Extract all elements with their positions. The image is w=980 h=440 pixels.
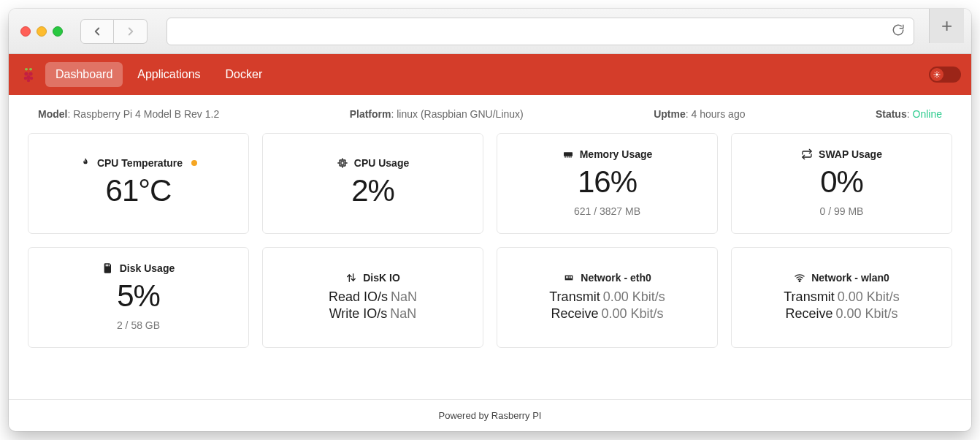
card-memory-usage: Memory Usage 16% 621 / 3827 MB xyxy=(497,133,718,234)
svg-rect-34 xyxy=(571,276,572,278)
info-platform-value: : linux (Raspbian GNU/Linux) xyxy=(391,108,523,120)
reload-icon[interactable] xyxy=(892,23,905,39)
wlan0-rx: Receive0.00 Kbit/s xyxy=(785,306,897,322)
card-swap-sub: 0 / 99 MB xyxy=(820,205,864,217)
tab-docker[interactable]: Docker xyxy=(215,62,273,87)
card-eth0-title: Network - eth0 xyxy=(581,272,651,284)
card-disk-title: Disk Usage xyxy=(120,262,175,274)
info-model-label: Model xyxy=(38,108,67,120)
info-status-label: Status xyxy=(876,108,907,120)
app-header: Dashboard Applications Docker xyxy=(9,54,971,95)
svg-line-11 xyxy=(935,72,935,73)
card-wlan0-title: Network - wlan0 xyxy=(811,272,889,284)
svg-point-35 xyxy=(799,281,800,282)
svg-rect-21 xyxy=(564,152,573,156)
window-controls xyxy=(20,26,63,37)
info-status-value: Online xyxy=(913,108,942,120)
close-window-button[interactable] xyxy=(20,26,31,37)
wifi-icon xyxy=(794,272,805,284)
info-row: Model: Raspberry Pi 4 Model B Rev 1.2 Pl… xyxy=(28,108,952,120)
nav-tabs: Dashboard Applications Docker xyxy=(45,62,272,87)
card-cpu-temperature: CPU Temperature 61°C xyxy=(28,133,249,234)
footer: Powered by Rasberry PI xyxy=(9,399,971,431)
back-button[interactable] xyxy=(80,19,114,44)
svg-rect-31 xyxy=(566,276,567,278)
info-model-value: : Raspberry Pi 4 Model B Rev 1.2 xyxy=(67,108,219,120)
card-cpu-temperature-title: CPU Temperature xyxy=(97,157,183,169)
svg-line-13 xyxy=(935,76,935,77)
svg-rect-27 xyxy=(107,265,107,267)
info-uptime: Uptme: 4 hours ago xyxy=(654,108,745,120)
svg-rect-16 xyxy=(341,162,344,164)
card-disk-value: 5% xyxy=(117,278,160,314)
diskio-read: Read IO/sNaN xyxy=(329,289,417,305)
browser-nav-buttons xyxy=(80,19,148,44)
card-disk-sub: 2 / 58 GB xyxy=(117,319,160,331)
card-network-wlan0: Network - wlan0 Transmit0.00 Kbit/s Rece… xyxy=(731,247,952,348)
cpu-icon xyxy=(337,157,348,169)
svg-point-0 xyxy=(24,72,28,75)
info-model: Model: Raspberry Pi 4 Model B Rev 1.2 xyxy=(38,108,219,120)
svg-rect-33 xyxy=(570,276,570,278)
card-swap-title: SWAP Usage xyxy=(819,148,882,160)
footer-text: Powered by Rasberry PI xyxy=(439,410,542,421)
maximize-window-button[interactable] xyxy=(53,26,63,37)
card-memory-value: 16% xyxy=(578,164,637,200)
svg-rect-24 xyxy=(568,156,569,158)
svg-point-2 xyxy=(26,75,30,79)
card-cpu-usage-value: 2% xyxy=(351,173,394,208)
card-disk-usage: Disk Usage 5% 2 / 58 GB xyxy=(28,247,249,348)
tab-applications[interactable]: Applications xyxy=(127,62,210,87)
card-cpu-usage-title: CPU Usage xyxy=(354,157,409,169)
svg-point-6 xyxy=(936,74,938,76)
info-status: Status: Online xyxy=(876,108,942,120)
raspberry-pi-logo-icon xyxy=(19,65,38,84)
info-platform-label: Platform xyxy=(350,108,391,120)
content-area: Model: Raspberry Pi 4 Model B Rev 1.2 Pl… xyxy=(9,95,971,399)
info-uptime-value: : 4 hours ago xyxy=(686,108,746,120)
warning-dot-icon xyxy=(191,160,197,166)
browser-window: + Dashboard Applications Docker xyxy=(9,9,971,431)
svg-point-4 xyxy=(30,77,33,80)
svg-rect-25 xyxy=(570,156,571,158)
eth0-rx: Receive0.00 Kbit/s xyxy=(551,306,663,322)
card-cpu-temperature-value: 61°C xyxy=(106,173,172,208)
svg-line-12 xyxy=(938,76,939,77)
diskio-write: Write IO/sNaN xyxy=(329,306,417,322)
sd-card-icon xyxy=(102,262,114,274)
sun-icon xyxy=(930,68,943,81)
memory-icon xyxy=(562,148,574,160)
svg-rect-28 xyxy=(108,265,109,267)
svg-rect-15 xyxy=(340,160,345,166)
swap-icon xyxy=(801,148,813,160)
svg-line-14 xyxy=(938,72,939,73)
tab-dashboard[interactable]: Dashboard xyxy=(45,62,123,87)
forward-button[interactable] xyxy=(114,19,148,44)
cards-grid: CPU Temperature 61°C CPU Usage 2% xyxy=(28,133,952,348)
minimize-window-button[interactable] xyxy=(37,26,47,37)
ethernet-icon xyxy=(563,272,575,284)
svg-rect-32 xyxy=(567,276,568,278)
card-memory-title: Memory Usage xyxy=(580,148,653,160)
url-bar[interactable] xyxy=(166,18,914,45)
updown-icon xyxy=(345,272,357,284)
svg-rect-26 xyxy=(105,265,106,267)
card-cpu-usage: CPU Usage 2% xyxy=(262,133,483,234)
info-platform: Platform: linux (Raspbian GNU/Linux) xyxy=(350,108,524,120)
new-tab-button[interactable]: + xyxy=(929,9,964,43)
card-disk-io: DisK IO Read IO/sNaN Write IO/sNaN xyxy=(262,247,483,348)
theme-toggle[interactable] xyxy=(929,67,961,83)
eth0-tx: Transmit0.00 Kbit/s xyxy=(549,289,665,305)
card-memory-sub: 621 / 3827 MB xyxy=(574,205,640,217)
svg-point-3 xyxy=(24,77,27,80)
flame-icon xyxy=(80,157,91,169)
card-diskio-title: DisK IO xyxy=(363,272,400,284)
svg-point-1 xyxy=(28,72,32,75)
card-swap-value: 0% xyxy=(820,164,863,200)
svg-rect-23 xyxy=(567,156,567,158)
card-network-eth0: Network - eth0 Transmit0.00 Kbit/s Recei… xyxy=(497,247,718,348)
wlan0-tx: Transmit0.00 Kbit/s xyxy=(784,289,899,305)
browser-titlebar: + xyxy=(9,9,971,54)
card-swap-usage: SWAP Usage 0% 0 / 99 MB xyxy=(731,133,952,234)
svg-rect-22 xyxy=(564,156,565,158)
